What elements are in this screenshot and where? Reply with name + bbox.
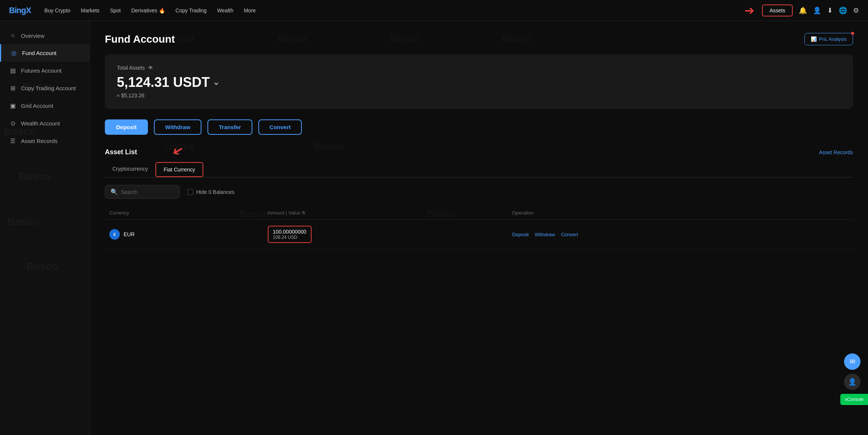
tab-fiat-currency[interactable]: Fiat Currency (155, 162, 203, 177)
page-title: Fund Account (105, 33, 175, 45)
pnl-button-label: PnL Analysis (819, 36, 847, 42)
sidebar-label-wealth-account: Wealth Account (21, 120, 60, 127)
chat-float-button[interactable]: ✉ (844, 353, 861, 370)
vconsole-button[interactable]: vConsole (840, 394, 868, 405)
assets-usdt-value: 5,124.31 USDT (117, 74, 210, 90)
currency-info: € EUR (109, 229, 259, 240)
nav-more[interactable]: More (244, 7, 256, 13)
withdraw-op-link[interactable]: Withdraw (535, 232, 555, 237)
sidebar-item-overview[interactable]: ○ Overview (0, 27, 89, 44)
action-buttons: Deposit Withdraw Transfer Convert (105, 119, 853, 135)
deposit-button[interactable]: Deposit (105, 119, 148, 135)
asset-list-title: Asset List (105, 148, 137, 156)
amount-value: 100.00000000 (273, 229, 307, 235)
nav-buy-crypto[interactable]: Buy Crypto (45, 7, 70, 13)
navbar-right: ➔ Assets 🔔 👤 ⬇ 🌐 ⚙ (744, 3, 859, 18)
col-amount: Amount | Value ⇅ (263, 206, 508, 220)
currency-name: EUR (124, 231, 135, 237)
logo-text-accent: X (26, 6, 31, 15)
col-operation: Operation (508, 206, 853, 220)
grid-account-icon: ▣ (9, 102, 16, 109)
sidebar-item-futures-account[interactable]: ▤ Futures Account (0, 62, 89, 79)
pnl-analysis-button[interactable]: 📊 PnL Analysis (804, 33, 853, 45)
nav-links: Buy Crypto Markets Spot Derivatives 🔥 Co… (45, 7, 744, 13)
logo[interactable]: BingX (9, 6, 31, 15)
nav-derivatives[interactable]: Derivatives 🔥 (131, 7, 165, 13)
fiat-arrow-icon: ➔ (169, 142, 187, 161)
hide-zero-checkbox[interactable] (187, 189, 193, 195)
sidebar-item-asset-records[interactable]: ☰ Asset Records (0, 132, 89, 150)
asset-records-link[interactable]: Asset Records (819, 149, 853, 155)
download-icon[interactable]: ⬇ (827, 6, 833, 15)
nav-copy-trading[interactable]: Copy Trading (176, 7, 207, 13)
assets-button[interactable]: Assets (762, 4, 793, 16)
tab-cryptocurrency[interactable]: Cryptocurrency (105, 162, 155, 177)
page-header: Fund Account 📊 PnL Analysis (105, 33, 853, 45)
sidebar-item-grid-account[interactable]: ▣ Grid Account (0, 97, 89, 115)
watermark: Bosco (7, 216, 40, 228)
sidebar-label-overview: Overview (21, 33, 45, 39)
convert-button[interactable]: Convert (258, 119, 302, 135)
currency-cell: € EUR (105, 220, 263, 249)
operation-links: Deposit Withdraw Convert (512, 232, 849, 237)
tabs-container: Cryptocurrency Fiat Currency ➔ (105, 162, 853, 177)
main-content: Bosco Bosco Bosco Bosco Bosco Bosco Bosc… (90, 21, 868, 435)
notification-icon[interactable]: 🔔 (799, 6, 807, 15)
assets-arrow-icon: ➔ (744, 3, 755, 18)
hide-zero-label[interactable]: Hide 0 Balances (187, 189, 234, 195)
table-body: € EUR 100.00000000 108.24 USD Deposit (105, 220, 853, 249)
nav-spot[interactable]: Spot (110, 7, 121, 13)
col-currency: Currency (105, 206, 263, 220)
sort-icon[interactable]: ⇅ (302, 210, 305, 215)
eur-icon: € (109, 229, 120, 240)
asset-list-section-header: Asset List Asset Records (105, 148, 853, 156)
transfer-button[interactable]: Transfer (207, 119, 252, 135)
eye-icon[interactable]: 👁 (148, 65, 153, 71)
navbar: BingX Buy Crypto Markets Spot Derivative… (0, 0, 868, 21)
nav-markets[interactable]: Markets (81, 7, 100, 13)
futures-account-icon: ▤ (9, 67, 16, 74)
sidebar-label-copy-trading: Copy Trading Account (21, 85, 76, 91)
total-assets-card: Total Assets 👁 5,124.31 USDT ⌄ ≈ $5,123.… (105, 54, 853, 109)
withdraw-button[interactable]: Withdraw (154, 119, 201, 135)
chevron-down-icon[interactable]: ⌄ (213, 77, 219, 87)
search-icon: 🔍 (110, 188, 118, 195)
logo-text-main: Bing (9, 6, 26, 15)
asset-table: Currency Amount | Value ⇅ Operation € (105, 206, 853, 249)
pnl-notification-dot (851, 32, 854, 35)
layout: Bosco Bosco Bosco Bosco Bosco Bosco ○ Ov… (0, 21, 868, 435)
asset-tabs: Cryptocurrency Fiat Currency (105, 162, 853, 177)
amount-cell: 100.00000000 108.24 USD (268, 226, 312, 243)
table-header: Currency Amount | Value ⇅ Operation (105, 206, 853, 220)
wealth-account-icon: ⊙ (9, 120, 16, 127)
fund-account-icon: ◎ (10, 49, 18, 57)
pnl-chart-icon: 📊 (811, 36, 817, 42)
overview-icon: ○ (9, 32, 16, 39)
convert-op-link[interactable]: Convert (561, 232, 578, 237)
watermark: Bosco (26, 261, 58, 273)
sidebar-label-futures-account: Futures Account (21, 67, 61, 74)
assets-label: Total Assets 👁 (117, 65, 841, 71)
settings-icon[interactable]: ⚙ (853, 6, 859, 15)
sidebar-label-fund-account: Fund Account (22, 50, 57, 56)
hide-zero-text: Hide 0 Balances (196, 189, 234, 195)
sidebar: Bosco Bosco Bosco Bosco Bosco Bosco ○ Ov… (0, 21, 90, 435)
sidebar-item-wealth-account[interactable]: ⊙ Wealth Account (0, 115, 89, 132)
search-row: 🔍 Hide 0 Balances (105, 185, 853, 199)
search-input-wrapper[interactable]: 🔍 (105, 185, 180, 199)
search-input[interactable] (121, 189, 174, 195)
user-icon[interactable]: 👤 (813, 6, 821, 15)
watermark: Bosco (19, 171, 51, 183)
nav-wealth[interactable]: Wealth (217, 7, 233, 13)
sidebar-label-asset-records: Asset Records (21, 138, 58, 144)
globe-icon[interactable]: 🌐 (839, 6, 847, 15)
amount-cell-wrapper: 100.00000000 108.24 USD (263, 220, 508, 249)
table-row: € EUR 100.00000000 108.24 USD Deposit (105, 220, 853, 249)
sidebar-item-fund-account[interactable]: ◎ Fund Account (0, 44, 89, 62)
deposit-op-link[interactable]: Deposit (512, 232, 529, 237)
asset-records-icon: ☰ (9, 137, 16, 145)
sidebar-item-copy-trading-account[interactable]: ⊞ Copy Trading Account (0, 79, 89, 97)
operation-cell: Deposit Withdraw Convert (508, 220, 853, 249)
assets-label-text: Total Assets (117, 65, 145, 71)
user-float-button[interactable]: 👤 (844, 374, 861, 390)
